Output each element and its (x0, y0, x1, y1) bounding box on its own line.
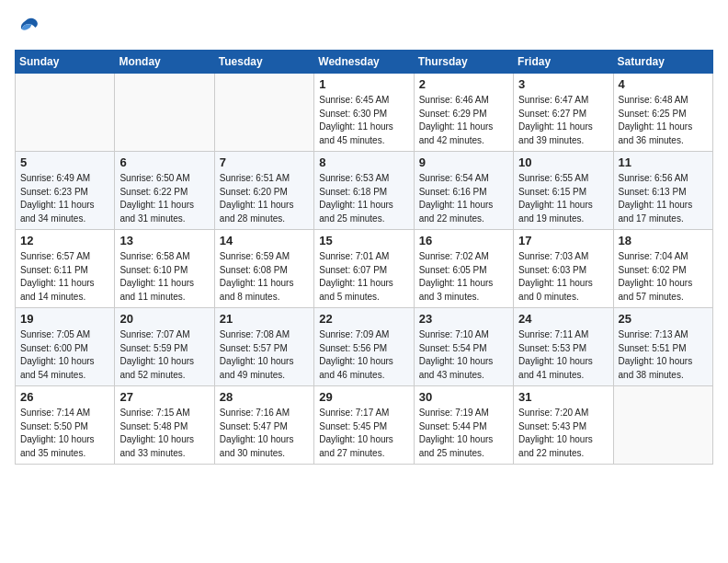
cell-info: Sunrise: 7:03 AM Sunset: 6:03 PM Dayligh… (518, 250, 609, 304)
weekday-header-sunday: Sunday (16, 51, 115, 74)
day-number: 26 (20, 390, 110, 404)
cell-info: Sunrise: 7:15 AM Sunset: 5:48 PM Dayligh… (119, 407, 210, 460)
weekday-header-wednesday: Wednesday (314, 51, 414, 74)
day-number: 30 (419, 390, 509, 404)
cell-info: Sunrise: 7:19 AM Sunset: 5:44 PM Dayligh… (419, 407, 509, 460)
calendar-day-19: 19Sunrise: 7:05 AM Sunset: 6:00 PM Dayli… (16, 308, 115, 386)
calendar-day-21: 21Sunrise: 7:08 AM Sunset: 5:57 PM Dayli… (214, 308, 313, 386)
calendar-day-1: 1Sunrise: 6:45 AM Sunset: 6:30 PM Daylig… (314, 74, 414, 152)
day-number: 31 (518, 390, 609, 404)
calendar-day-31: 31Sunrise: 7:20 AM Sunset: 5:43 PM Dayli… (514, 386, 613, 465)
calendar-day-18: 18Sunrise: 7:04 AM Sunset: 6:02 PM Dayli… (613, 230, 712, 308)
calendar-day-27: 27Sunrise: 7:15 AM Sunset: 5:48 PM Dayli… (115, 386, 214, 465)
day-number: 23 (419, 312, 509, 326)
cell-info: Sunrise: 6:56 AM Sunset: 6:13 PM Dayligh… (619, 172, 709, 225)
calendar-week-4: 19Sunrise: 7:05 AM Sunset: 6:00 PM Dayli… (16, 308, 713, 386)
weekday-header-row: SundayMondayTuesdayWednesdayThursdayFrid… (16, 51, 713, 74)
cell-info: Sunrise: 7:02 AM Sunset: 6:05 PM Dayligh… (419, 250, 509, 304)
weekday-header-thursday: Thursday (414, 51, 513, 74)
cell-info: Sunrise: 7:11 AM Sunset: 5:53 PM Dayligh… (518, 328, 609, 382)
calendar-day-15: 15Sunrise: 7:01 AM Sunset: 6:07 PM Dayli… (314, 230, 414, 308)
calendar-day-2: 2Sunrise: 6:46 AM Sunset: 6:29 PM Daylig… (414, 74, 513, 152)
calendar-day-23: 23Sunrise: 7:10 AM Sunset: 5:54 PM Dayli… (414, 308, 513, 386)
calendar-week-2: 5Sunrise: 6:49 AM Sunset: 6:23 PM Daylig… (16, 152, 713, 230)
cell-info: Sunrise: 6:53 AM Sunset: 6:18 PM Dayligh… (319, 172, 409, 225)
day-number: 29 (319, 390, 409, 404)
cell-info: Sunrise: 6:47 AM Sunset: 6:27 PM Dayligh… (518, 94, 609, 147)
day-number: 18 (619, 234, 709, 247)
calendar-day-8: 8Sunrise: 6:53 AM Sunset: 6:18 PM Daylig… (314, 152, 414, 230)
cell-info: Sunrise: 7:04 AM Sunset: 6:02 PM Dayligh… (619, 250, 709, 304)
day-number: 8 (319, 155, 409, 169)
calendar-table: SundayMondayTuesdayWednesdayThursdayFrid… (15, 50, 713, 465)
day-number: 11 (619, 155, 709, 169)
cell-info: Sunrise: 7:09 AM Sunset: 5:56 PM Dayligh… (319, 328, 409, 382)
cell-info: Sunrise: 6:54 AM Sunset: 6:16 PM Dayligh… (419, 172, 509, 225)
calendar-day-6: 6Sunrise: 6:50 AM Sunset: 6:22 PM Daylig… (115, 152, 214, 230)
day-number: 21 (220, 312, 310, 326)
day-number: 22 (319, 312, 409, 326)
day-number: 14 (220, 234, 310, 247)
calendar-day-12: 12Sunrise: 6:57 AM Sunset: 6:11 PM Dayli… (16, 230, 115, 308)
weekday-header-monday: Monday (115, 51, 214, 74)
day-number: 6 (119, 155, 210, 169)
day-number: 5 (20, 155, 110, 169)
day-number: 17 (518, 234, 609, 247)
calendar-day-22: 22Sunrise: 7:09 AM Sunset: 5:56 PM Dayli… (314, 308, 414, 386)
cell-info: Sunrise: 7:14 AM Sunset: 5:50 PM Dayligh… (20, 407, 110, 460)
cell-info: Sunrise: 7:13 AM Sunset: 5:51 PM Dayligh… (619, 328, 709, 382)
calendar-day-5: 5Sunrise: 6:49 AM Sunset: 6:23 PM Daylig… (16, 152, 115, 230)
page-header (15, 15, 713, 40)
cell-info: Sunrise: 7:10 AM Sunset: 5:54 PM Dayligh… (419, 328, 509, 382)
calendar-day-empty (16, 74, 115, 152)
calendar-day-4: 4Sunrise: 6:48 AM Sunset: 6:25 PM Daylig… (613, 74, 712, 152)
day-number: 19 (20, 312, 110, 326)
calendar-day-11: 11Sunrise: 6:56 AM Sunset: 6:13 PM Dayli… (613, 152, 712, 230)
calendar-day-7: 7Sunrise: 6:51 AM Sunset: 6:20 PM Daylig… (214, 152, 313, 230)
cell-info: Sunrise: 6:48 AM Sunset: 6:25 PM Dayligh… (619, 94, 709, 147)
cell-info: Sunrise: 7:17 AM Sunset: 5:45 PM Dayligh… (319, 407, 409, 460)
cell-info: Sunrise: 6:55 AM Sunset: 6:15 PM Dayligh… (518, 172, 609, 225)
calendar-day-20: 20Sunrise: 7:07 AM Sunset: 5:59 PM Dayli… (115, 308, 214, 386)
day-number: 12 (20, 234, 110, 247)
day-number: 3 (518, 77, 609, 91)
calendar-week-5: 26Sunrise: 7:14 AM Sunset: 5:50 PM Dayli… (16, 386, 713, 465)
day-number: 4 (619, 77, 709, 91)
calendar-day-10: 10Sunrise: 6:55 AM Sunset: 6:15 PM Dayli… (514, 152, 613, 230)
calendar-day-26: 26Sunrise: 7:14 AM Sunset: 5:50 PM Dayli… (16, 386, 115, 465)
day-number: 1 (319, 77, 409, 91)
cell-info: Sunrise: 7:20 AM Sunset: 5:43 PM Dayligh… (518, 407, 609, 460)
cell-info: Sunrise: 6:49 AM Sunset: 6:23 PM Dayligh… (20, 172, 110, 225)
calendar-day-17: 17Sunrise: 7:03 AM Sunset: 6:03 PM Dayli… (514, 230, 613, 308)
day-number: 27 (119, 390, 210, 404)
calendar-day-14: 14Sunrise: 6:59 AM Sunset: 6:08 PM Dayli… (214, 230, 313, 308)
calendar-day-9: 9Sunrise: 6:54 AM Sunset: 6:16 PM Daylig… (414, 152, 513, 230)
day-number: 25 (619, 312, 709, 326)
calendar-week-3: 12Sunrise: 6:57 AM Sunset: 6:11 PM Dayli… (16, 230, 713, 308)
cell-info: Sunrise: 6:45 AM Sunset: 6:30 PM Dayligh… (319, 94, 409, 147)
cell-info: Sunrise: 7:05 AM Sunset: 6:00 PM Dayligh… (20, 328, 110, 382)
cell-info: Sunrise: 6:59 AM Sunset: 6:08 PM Dayligh… (220, 250, 310, 304)
day-number: 16 (419, 234, 509, 247)
cell-info: Sunrise: 6:58 AM Sunset: 6:10 PM Dayligh… (119, 250, 210, 304)
calendar-day-16: 16Sunrise: 7:02 AM Sunset: 6:05 PM Dayli… (414, 230, 513, 308)
day-number: 20 (119, 312, 210, 326)
day-number: 15 (319, 234, 409, 247)
calendar-day-30: 30Sunrise: 7:19 AM Sunset: 5:44 PM Dayli… (414, 386, 513, 465)
calendar-day-13: 13Sunrise: 6:58 AM Sunset: 6:10 PM Dayli… (115, 230, 214, 308)
cell-info: Sunrise: 6:51 AM Sunset: 6:20 PM Dayligh… (220, 172, 310, 225)
calendar-day-25: 25Sunrise: 7:13 AM Sunset: 5:51 PM Dayli… (613, 308, 712, 386)
cell-info: Sunrise: 6:57 AM Sunset: 6:11 PM Dayligh… (20, 250, 110, 304)
day-number: 9 (419, 155, 509, 169)
calendar-day-empty (613, 386, 712, 465)
cell-info: Sunrise: 7:16 AM Sunset: 5:47 PM Dayligh… (220, 407, 310, 460)
weekday-header-friday: Friday (514, 51, 613, 74)
calendar-day-24: 24Sunrise: 7:11 AM Sunset: 5:53 PM Dayli… (514, 308, 613, 386)
day-number: 2 (419, 77, 509, 91)
logo (15, 15, 44, 40)
cell-info: Sunrise: 6:46 AM Sunset: 6:29 PM Dayligh… (419, 94, 509, 147)
calendar-day-3: 3Sunrise: 6:47 AM Sunset: 6:27 PM Daylig… (514, 74, 613, 152)
calendar-day-28: 28Sunrise: 7:16 AM Sunset: 5:47 PM Dayli… (214, 386, 313, 465)
cell-info: Sunrise: 6:50 AM Sunset: 6:22 PM Dayligh… (119, 172, 210, 225)
calendar-day-29: 29Sunrise: 7:17 AM Sunset: 5:45 PM Dayli… (314, 386, 414, 465)
